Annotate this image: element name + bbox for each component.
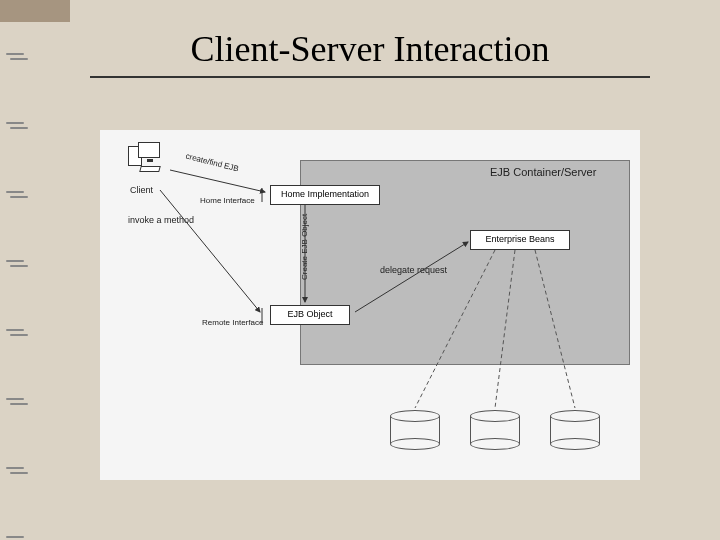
slide-title: Client-Server Interaction [60,28,680,70]
home-impl-box: Home Implementation [270,185,380,205]
create-ejb-object-label: Create EJB Object [300,214,309,280]
enterprise-beans-box: Enterprise Beans [470,230,570,250]
client-label: Client [130,185,153,195]
remote-interface-label: Remote Interface [202,318,263,327]
database-icon [550,410,600,445]
svg-line-0 [170,170,265,192]
container-label: EJB Container/Server [490,166,596,178]
decorative-stripe [0,0,70,22]
delegate-label: delegate request [380,265,447,275]
slide-content: Client-Server Interaction EJB Container/… [60,20,680,520]
title-underline [90,76,650,78]
svg-line-1 [160,190,260,312]
invoke-label: invoke a method [128,215,194,225]
diagram-area: EJB Container/Server Client Home Impleme… [100,130,640,480]
database-icon [470,410,520,445]
create-find-label: create/find EJB [185,152,240,174]
slide-bullets-decoration [6,50,30,540]
home-interface-label: Home Interface [200,196,255,205]
database-icon [390,410,440,445]
computer-icon [130,142,170,180]
ejb-object-box: EJB Object [270,305,350,325]
